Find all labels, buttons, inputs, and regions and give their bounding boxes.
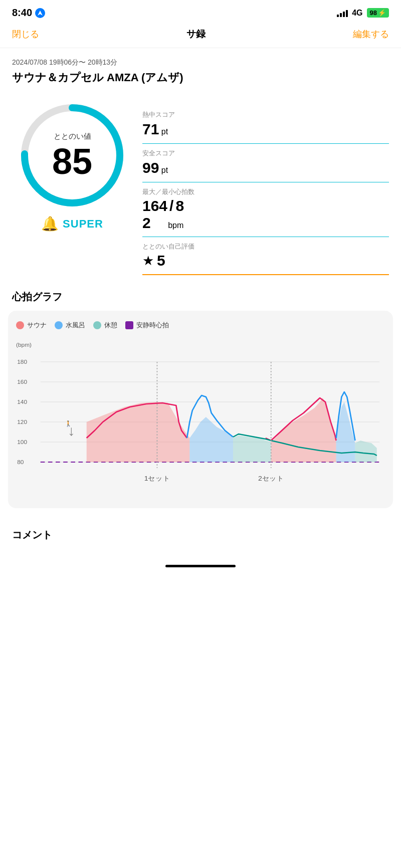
score-section: ととのい値 85 🔔 SUPER 熱中スコア 71 pt 安全スコア [12,100,389,275]
home-indicator-area [0,557,401,572]
svg-text:180: 180 [17,359,27,365]
svg-text:100: 100 [17,439,27,445]
self-rating-value-row: ★ 5 [142,252,389,269]
svg-marker-17 [87,402,190,462]
heat-score-value: 71 [142,121,159,137]
heart-rate-max: 164 [142,197,167,214]
legend-cold-label: 水風呂 [66,321,85,330]
heart-rate-min-cont: 2 [142,214,151,231]
nav-title: サ録 [186,28,206,41]
heat-score-item: 熱中スコア 71 pt [142,105,389,144]
heart-rate-unit: bpm [168,221,183,230]
gauge-container: ととのい値 85 🔔 SUPER [12,100,132,241]
safe-score-value-row: 99 pt [142,159,389,177]
status-right: 4G 98 ⚡ [337,8,389,18]
status-bar: 8:40 4G 98 ⚡ [0,0,401,23]
star-icon: ★ [142,253,154,269]
svg-text:120: 120 [17,419,27,425]
legend-cold: 水風呂 [55,321,85,330]
location-icon [35,8,45,18]
heart-rate-label: 最大／最小心拍数 [142,187,389,196]
signal-bars [337,9,348,17]
heat-score-value-row: 71 pt [142,120,389,138]
legend-sauna-label: サウナ [27,321,47,330]
chart-area: (bpm) 180 160 140 120 100 80 [16,338,385,498]
stats-panel: 熱中スコア 71 pt 安全スコア 99 pt 最大／最小心拍数 164 [142,100,389,275]
time-display: 8:40 [12,7,32,19]
legend-resting-dot [125,321,133,329]
network-type: 4G [352,9,362,18]
chart-svg: (bpm) 180 160 140 120 100 80 [16,338,385,488]
safe-score-label: 安全スコア [142,149,389,158]
bell-icon: 🔔 [41,215,59,232]
svg-text:(bpm): (bpm) [16,342,32,348]
gauge-center: ととのい値 85 [52,132,92,179]
session-datetime: 2024/07/08 19時06分〜 20時13分 [12,58,389,67]
self-rating-item: ととのい自己評価 ★ 5 [142,237,389,275]
legend-sauna-dot [16,321,24,329]
heart-rate-item: 最大／最小心拍数 164 / 8 2 bpm [142,182,389,237]
session-venue: サウナ＆カプセル AMZA (アムザ) [12,70,389,85]
legend-resting-label: 安静時心拍 [136,321,169,330]
legend-resting-hr: 安静時心拍 [125,321,169,330]
status-time: 8:40 [12,7,45,19]
svg-text:2セット: 2セット [258,475,284,482]
heart-rate-min: 8 [175,197,184,214]
gauge-wrapper: ととのい値 85 [17,100,127,210]
heart-rate-second-row: 2 bpm [142,214,389,232]
battery-indicator: 98 ⚡ [367,8,389,18]
nav-bar: 閉じる サ録 編集する [0,23,401,48]
super-badge: 🔔 SUPER [41,215,103,232]
graph-card: サウナ 水風呂 休憩 安静時心拍 (bpm) 180 160 140 [8,311,393,508]
self-rating-label: ととのい自己評価 [142,242,389,251]
svg-marker-18 [189,417,233,462]
safe-score-value: 99 [142,159,159,176]
close-button[interactable]: 閉じる [12,28,39,40]
battery-lightning: ⚡ [378,9,386,17]
legend-sauna: サウナ [16,321,47,330]
safe-score-unit: pt [161,166,168,174]
gauge-label: ととのい値 [52,132,92,141]
legend-rest: 休憩 [93,321,117,330]
svg-marker-22 [355,441,376,462]
edit-button[interactable]: 編集する [353,28,389,40]
heat-score-label: 熱中スコア [142,110,389,119]
home-bar [165,565,236,567]
graph-title: 心拍グラフ [0,290,401,304]
safe-score-item: 安全スコア 99 pt [142,144,389,182]
battery-level: 98 [370,9,377,17]
svg-text:160: 160 [17,379,27,385]
graph-section: 心拍グラフ サウナ 水風呂 休憩 安静時心拍 [0,290,401,508]
svg-text:1セット: 1セット [144,475,170,482]
comment-section: コメント [0,518,401,542]
gauge-value: 85 [52,143,92,179]
heart-rate-slash: / [169,197,173,214]
svg-text:80: 80 [17,459,24,465]
main-content: 2024/07/08 19時06分〜 20時13分 サウナ＆カプセル AMZA … [0,48,401,275]
comment-title: コメント [12,528,389,542]
legend-rest-label: 休憩 [104,321,117,330]
svg-text:140: 140 [17,399,27,405]
legend-cold-dot [55,321,63,329]
heart-rate-value-row: 164 / 8 [142,197,389,214]
heat-score-unit: pt [161,127,168,136]
legend: サウナ 水風呂 休憩 安静時心拍 [16,321,385,330]
super-label: SUPER [63,218,103,231]
svg-marker-0 [38,11,43,16]
svg-text:🚶: 🚶 [65,420,73,426]
legend-rest-dot [93,321,101,329]
self-rating-number: 5 [157,252,165,269]
